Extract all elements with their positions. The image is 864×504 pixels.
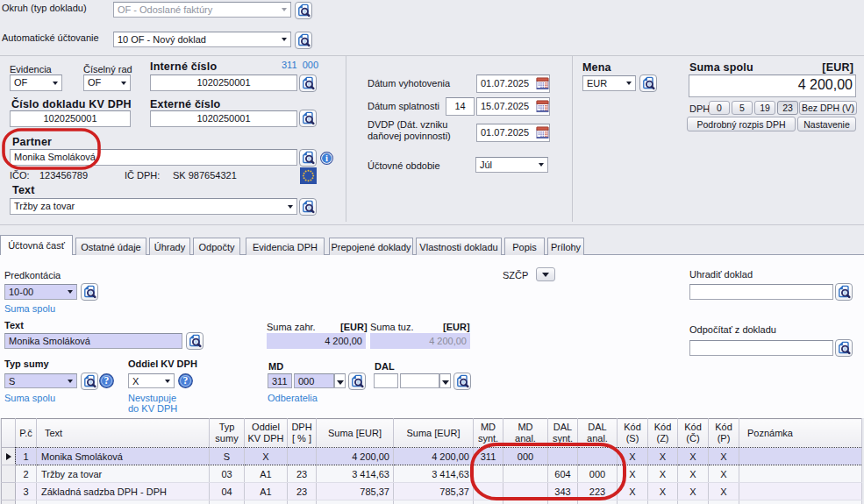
svg-text:i: i (325, 153, 328, 163)
svg-text:?: ? (183, 375, 189, 387)
svg-text:?: ? (104, 375, 110, 387)
